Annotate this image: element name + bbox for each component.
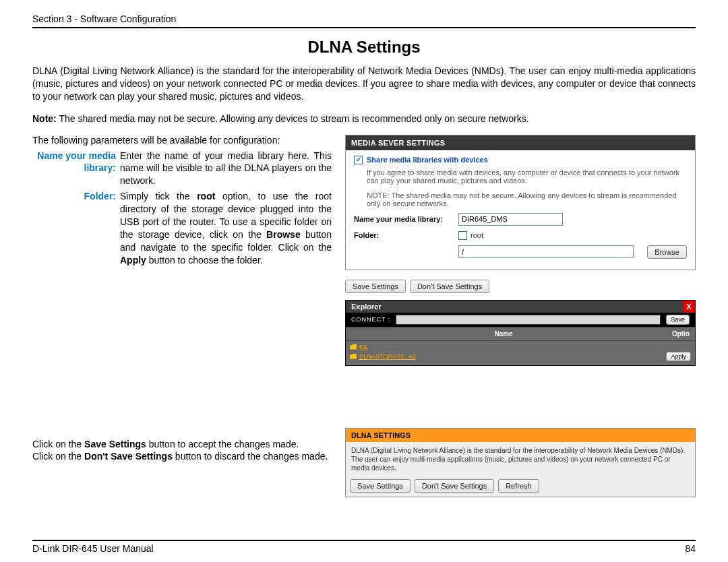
share-checkbox-label: Share media libraries with devices [367, 156, 488, 164]
intro-note: Note: The shared media may not be secure… [32, 113, 696, 125]
column-option-header: Optio [656, 330, 690, 338]
close-icon[interactable]: X [683, 301, 695, 313]
share-sub-text: If you agree to share media with devices… [367, 168, 687, 185]
name-input[interactable]: DIR645_DMS [458, 213, 563, 226]
folder-row-2[interactable]: DLNASTORAGE_A0 Apply [350, 352, 691, 361]
param-folder-desc: Simply tick the root option, to use the … [120, 190, 332, 266]
param-name-row: Name your media library: Enter the name … [32, 150, 332, 188]
dlna-save-button[interactable]: Save Settings [350, 479, 411, 493]
save-line-1: Click on the Save Settings button to acc… [32, 438, 332, 451]
share-checkbox[interactable] [354, 156, 363, 164]
dlna-refresh-button[interactable]: Refresh [498, 479, 539, 493]
connect-select[interactable] [396, 315, 661, 325]
path-input[interactable]: / [458, 245, 634, 258]
page-footer: D-Link DIR-645 User Manual 84 [32, 540, 696, 554]
root-checkbox-label: root [471, 231, 483, 239]
explorer-title: Explorer [346, 301, 387, 313]
explorer-apply-button[interactable]: Apply [666, 352, 691, 361]
section-header: Section 3 - Software Configuration [32, 13, 696, 28]
folder-field-label: Folder: [354, 231, 458, 239]
share-note-text: NOTE: The shared media may not be secure… [367, 191, 687, 208]
page-title: DLNA Settings [32, 38, 696, 57]
save-settings-button[interactable]: Save Settings [345, 280, 406, 293]
dlna-panel-title: DLNA SETTINGS [346, 429, 695, 442]
save-line-2: Click on the Don't Save Settings button … [32, 450, 332, 463]
media-server-panel: MEDIA SEVER SETTINGS Share media librari… [345, 135, 696, 270]
config-lead: The following parameters will be availab… [32, 135, 332, 146]
note-text: The shared media may not be secure. Allo… [59, 113, 528, 124]
root-checkbox[interactable] [458, 231, 467, 240]
folder-link-1[interactable]: E& [359, 344, 367, 350]
folder-icon [350, 354, 357, 359]
param-name-label: Name your media library: [32, 150, 120, 175]
footer-page-number: 84 [685, 543, 696, 554]
footer-left: D-Link DIR-645 User Manual [32, 543, 154, 554]
name-field-label: Name your media library: [354, 215, 458, 223]
dlna-dont-save-button[interactable]: Don't Save Settings [415, 479, 494, 493]
folder-row-1[interactable]: E& [350, 342, 691, 352]
connect-label: CONNECT : [351, 316, 390, 323]
intro-paragraph: DLNA (Digital Living Network Alliance) i… [32, 65, 696, 103]
param-folder-label: Folder: [32, 190, 120, 203]
dont-save-settings-button[interactable]: Don't Save Settings [410, 280, 489, 293]
column-name-header: Name [351, 330, 656, 338]
folder-link-2[interactable]: DLNASTORAGE_A0 [359, 353, 416, 360]
folder-icon [350, 344, 357, 350]
param-folder-row: Folder: Simply tick the root option, to … [32, 190, 332, 266]
note-label: Note: [32, 113, 57, 124]
explorer-panel: Explorer X CONNECT : Save Name Optio E& [345, 300, 696, 366]
dlna-panel-body: DLNA (Digital Living Network Alliance) i… [346, 442, 695, 476]
explorer-save-button[interactable]: Save [666, 315, 690, 325]
dlna-settings-panel: DLNA SETTINGS DLNA (Digital Living Netwo… [345, 428, 696, 497]
param-name-desc: Enter the name of your media library her… [120, 150, 332, 188]
browse-button[interactable]: Browse [647, 245, 687, 259]
media-server-panel-title: MEDIA SEVER SETTINGS [346, 135, 695, 150]
